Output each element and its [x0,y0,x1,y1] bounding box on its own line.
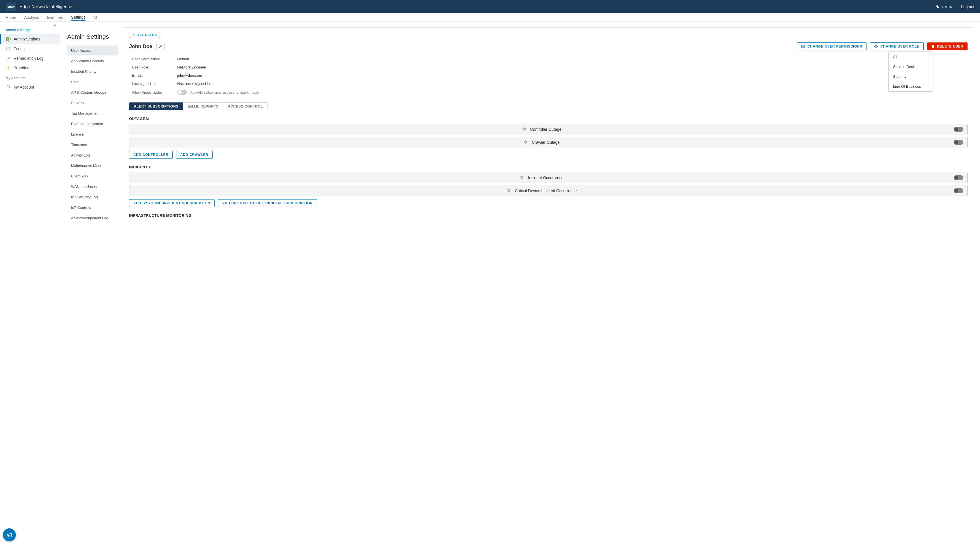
subnav-ap-custom-groups[interactable]: AP & Custom Groups [67,87,118,97]
role-option-all[interactable]: All [889,52,933,62]
delete-user-button[interactable]: DELETE USER [927,43,967,50]
role-option-security[interactable]: Security [889,72,933,81]
outages-section-label: OUTAGES: [129,116,967,121]
outage-toggle[interactable] [954,127,963,132]
subnav-iot-controls[interactable]: IoT Controls [67,203,118,213]
change-permissions-button[interactable]: CHANGE USER PERMISSIONS [797,43,867,50]
delete-user-label: DELETE USER [937,45,963,48]
id-card-icon [801,45,805,48]
nav-home[interactable]: Home [6,14,16,21]
incident-toggle[interactable] [954,188,963,193]
nav-inventory[interactable]: Inventory [47,14,64,21]
add-critical-incident-button[interactable]: ADD CRITICAL DEVICE INCIDENT SUBSCRIPTIO… [218,199,317,207]
gear-icon[interactable] [522,127,526,132]
tab-email-reports[interactable]: EMAIL REPORTS [183,102,223,110]
incident-row-critical: Critical Device Incident Occurrence [129,185,967,196]
nav-settings[interactable]: Settings [71,14,86,21]
sidebar-item-branding[interactable]: Branding [0,63,60,73]
subnav-activity-log[interactable]: Activity Log [67,150,118,160]
subnav-user-access[interactable]: User Access [67,46,118,56]
email-label: Email: [132,73,177,78]
bell-icon [6,84,11,90]
role-label: User Role: [132,65,177,69]
svg-line-1 [96,18,97,19]
sidebar-item-admin-settings[interactable]: Admin Settings [0,34,60,44]
tab-alert-subscriptions[interactable]: ALERT SUBSCRIPTIONS [129,102,183,110]
subnav-client-app[interactable]: Client App [67,171,118,181]
svg-point-0 [94,16,97,19]
sidebar-item-remediation-log[interactable]: Remediation Log [0,54,60,63]
svg-rect-6 [802,45,805,48]
sidebar-item-label: Admin Settings [14,37,40,41]
sidebar-section-admin: Admin Settings [0,25,60,34]
megaphone-icon [6,532,13,538]
sidebar-item-feeds[interactable]: Feeds [0,44,60,54]
main-panel: ALL USERS John Doe CHANGE USER PERMISSIO… [124,27,973,541]
subnav-timezone[interactable]: Timezone [67,140,118,150]
perm-value: Default [177,57,189,61]
change-permissions-label: CHANGE USER PERMISSIONS [807,45,862,48]
outage-row-controller: Controller Outage [129,124,967,135]
subnav-iot-security-log[interactable]: IoT Security Log [67,192,118,202]
nav-analysis[interactable]: Analysis [24,14,39,21]
incidents-section-label: INCIDENTS: [129,165,967,169]
subnav-license[interactable]: License [67,129,118,139]
sidebar-item-label: Remediation Log [14,56,44,60]
subnav-tag-management[interactable]: Tag Management [67,108,118,118]
feedback-fab[interactable] [3,528,16,541]
trash-icon [931,45,935,48]
subnav-sites[interactable]: Sites [67,77,118,87]
sidebar-item-label: Feeds [14,46,25,51]
subnav-acknowledgement-log[interactable]: Acknowledgement Log [67,213,118,223]
pencil-icon [159,45,162,48]
svg-point-2 [8,38,9,40]
search-icon[interactable] [94,15,98,19]
role-option-line-of-business[interactable]: Line Of Business [889,81,933,91]
sidebar-item-my-account[interactable]: My Account [0,82,60,92]
app-title: Edge Network Intelligence [19,4,72,10]
add-crawler-button[interactable]: ADD CRAWLER [176,151,213,159]
subnav-incident-priority[interactable]: Incident Priority [67,67,118,76]
check-icon [6,56,11,61]
dark-mode-toggle[interactable]: DARK [935,5,953,9]
branding-icon [6,65,11,70]
logo: vmw [6,3,16,11]
incident-toggle[interactable] [954,175,963,180]
email-value: john@doe.com [177,73,202,78]
user-name: John Doe [129,44,152,49]
tab-access-control[interactable]: ACCESS CONTROL [223,102,268,110]
role-option-service-desk[interactable]: Service Desk [889,62,933,72]
dark-label: DARK [942,5,953,8]
logout-link[interactable]: Log out [961,5,974,9]
all-users-label: ALL USERS [137,33,157,37]
collapse-sidebar-button[interactable] [53,23,57,28]
subnav-maintenance-mode[interactable]: Maintenance Mode [67,161,118,171]
page-title: Admin Settings [67,33,118,46]
add-systemic-incident-button[interactable]: ADD SYSTEMIC INCIDENT SUBSCRIPTION [129,199,215,207]
subnav-servers[interactable]: Servers [67,98,118,108]
subscription-tabs: ALERT SUBSCRIPTIONS EMAIL REPORTS ACCESS… [129,102,967,110]
signed-value: Has never signed in [177,81,210,86]
sidebar: Admin Settings Admin Settings Feeds Reme… [0,22,60,547]
kiosk-toggle[interactable] [177,90,187,95]
incident-row-label: Critical Device Incident Occurrence [515,188,577,193]
outage-row-label: Crawler Outage [532,140,560,145]
gear-icon[interactable] [506,188,511,194]
kiosk-label: Allow Kiosk mode: [132,90,177,94]
svg-point-7 [802,46,803,46]
gear-icon[interactable] [519,175,524,181]
gear-icon [6,37,11,41]
all-users-button[interactable]: ALL USERS [129,32,160,38]
outage-toggle[interactable] [954,140,963,145]
gear-icon[interactable] [523,140,528,145]
change-role-label: CHANGE USER ROLE [880,45,920,48]
add-controller-button[interactable]: ADD CONTROLLER [129,151,173,159]
edit-user-button[interactable] [156,43,165,50]
change-role-button[interactable]: CHANGE USER ROLE [870,43,924,50]
subnav-wan-interfaces[interactable]: WAN Interfaces [67,182,118,192]
perm-label: User Permission: [132,57,177,61]
subnav-application-controls[interactable]: Application Controls [67,56,118,66]
moon-icon [935,5,940,9]
top-header: vmw Edge Network Intelligence DARK Log o… [0,0,980,13]
subnav-external-integration[interactable]: External Integration [67,119,118,129]
